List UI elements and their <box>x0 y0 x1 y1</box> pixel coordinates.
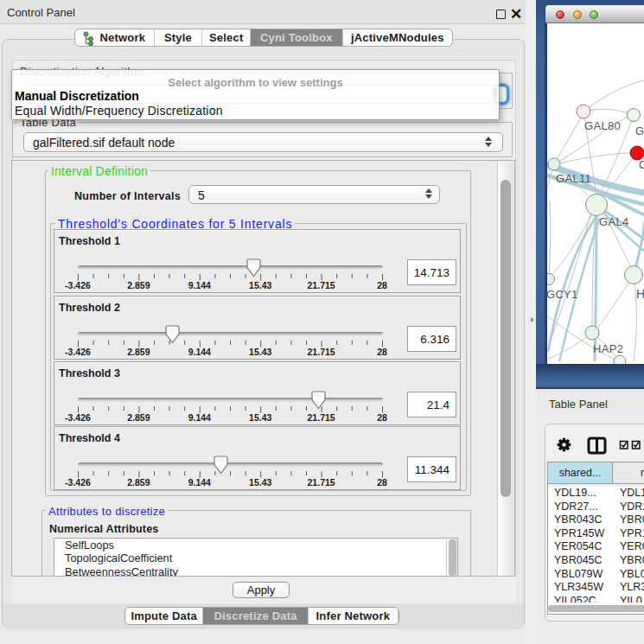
svg-text:GAL11: GAL11 <box>556 172 591 185</box>
svg-text:GCY1: GCY1 <box>547 288 578 301</box>
svg-text:HAP2: HAP2 <box>593 342 623 355</box>
svg-text:C: C <box>639 158 644 171</box>
svg-text:GAL80: GAL80 <box>584 119 621 132</box>
svg-text:G.: G. <box>635 124 644 137</box>
svg-text:GAL4: GAL4 <box>599 215 628 228</box>
svg-text:H: H <box>636 287 644 301</box>
